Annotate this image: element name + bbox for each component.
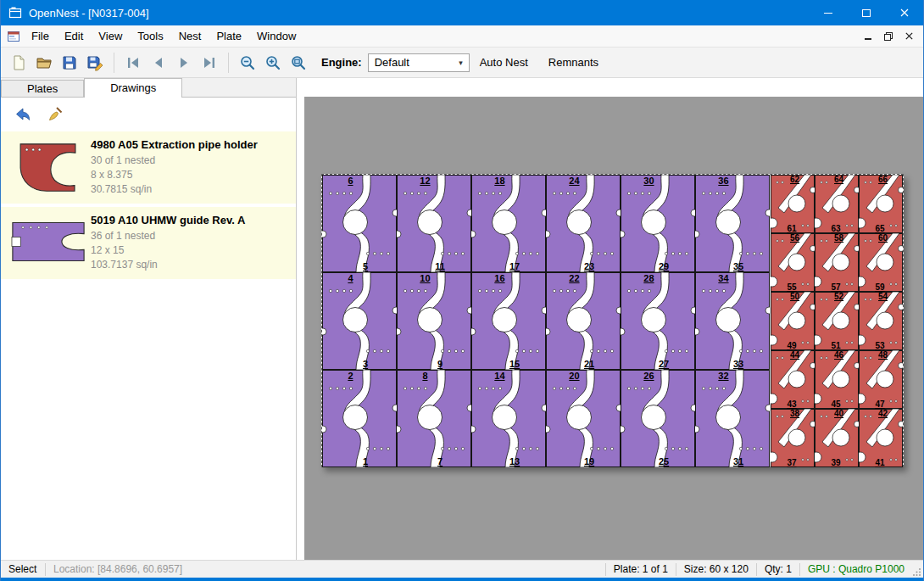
nested-part-pair-purple[interactable]: 3231 [695,370,770,467]
resize-grip[interactable] [912,561,923,578]
menu-item-file[interactable]: File [24,25,57,47]
nested-part-pair-purple[interactable]: 2827 [621,272,695,370]
maximize-button[interactable] [847,0,885,25]
nested-part-pair-red[interactable]: 6059 [859,233,903,292]
mdi-minimize-button[interactable] [858,25,878,47]
nested-part-pair-red[interactable]: 5857 [815,233,859,292]
part-number: 2 [348,371,353,381]
save-as-button[interactable] [82,50,108,75]
status-location: Location: [84.8696, 60.6957] [46,563,190,575]
nest-canvas[interactable]: 6512111817242330293635431091615222128273… [304,97,923,560]
nested-part-pair-purple[interactable]: 3635 [695,175,770,272]
purple-part-shape [621,272,695,370]
nested-part-pair-red[interactable]: 4645 [815,350,859,409]
plate[interactable]: 6512111817242330293635431091615222128273… [321,174,904,467]
nested-part-pair-red[interactable]: 4443 [771,350,815,409]
nested-part-pair-purple[interactable]: 1817 [471,175,546,272]
engine-combobox[interactable]: Default ▾ [368,53,470,72]
zoom-out-button[interactable] [235,50,260,75]
tab-plates[interactable]: Plates [1,80,84,97]
minimize-button[interactable] [809,0,847,25]
menu-item-plate[interactable]: Plate [209,25,249,47]
purple-part-shape [546,370,621,467]
nested-part-pair-purple[interactable]: 87 [397,370,471,467]
tab-drawings[interactable]: Drawings [84,78,182,98]
nested-part-pair-purple[interactable]: 3029 [621,175,695,272]
save-button[interactable] [57,50,82,75]
nested-part-pair-red[interactable]: 6463 [815,175,859,233]
clean-broom-button[interactable] [45,104,65,125]
first-plate-button[interactable] [120,50,146,75]
part-number: 19 [584,456,594,466]
purple-part-shape [471,370,546,467]
nested-part-pair-red[interactable]: 4847 [859,350,903,409]
next-plate-button[interactable] [171,50,197,75]
nested-part-pair-red[interactable]: 6665 [859,175,903,233]
previous-plate-button[interactable] [146,50,171,75]
zoom-fit-button[interactable] [286,50,311,75]
part-number: 18 [494,176,504,186]
nested-part-pair-red[interactable]: 5453 [859,292,903,350]
drawing-list-item[interactable]: 4980 A05 Extraction pipe holder30 of 1 n… [1,131,296,204]
menu-item-window[interactable]: Window [249,25,303,47]
part-number: 65 [875,224,884,233]
part-thumbnail [6,214,91,272]
return-arrow-button[interactable] [13,104,33,125]
panel-toolbar [1,98,296,130]
nested-part-pair-purple[interactable]: 109 [397,272,471,370]
nested-part-pair-purple[interactable]: 2019 [546,370,621,467]
nested-part-pair-red[interactable]: 5251 [815,292,859,350]
part-number: 63 [831,224,840,233]
status-mode: Select [1,563,45,575]
part-number: 42 [878,409,888,418]
drawing-list-item[interactable]: 5019 A10 UHMW guide Rev. A36 of 1 nested… [1,207,296,279]
zoom-in-button[interactable] [260,50,286,75]
mdi-close-button[interactable] [899,25,919,47]
minimize-icon [824,13,832,14]
menu-item-nest[interactable]: Nest [171,25,209,47]
nested-part-pair-red[interactable]: 6261 [771,175,815,233]
purple-part-shape [621,370,695,467]
engine-value: Default [375,56,409,69]
part-number: 57 [831,282,840,292]
part-number: 17 [509,261,520,271]
nested-part-pair-red[interactable]: 4039 [815,409,859,467]
menu-item-tools[interactable]: Tools [130,25,170,47]
nested-part-pair-red[interactable]: 3837 [771,409,815,467]
auto-nest-button[interactable]: Auto Nest [470,50,538,75]
last-plate-button[interactable] [197,50,222,75]
part-number: 37 [787,458,796,467]
part-number: 46 [834,350,843,360]
part-number: 26 [643,371,654,381]
part-number: 14 [494,371,504,381]
menu-item-view[interactable]: View [91,25,130,47]
part-number: 1 [363,456,368,466]
nested-part-pair-purple[interactable]: 65 [322,175,397,272]
nested-part-pair-purple[interactable]: 21 [322,370,397,467]
nested-part-pair-purple[interactable]: 1615 [471,272,546,370]
drawing-title: 4980 A05 Extraction pipe holder [91,138,258,151]
nested-part-pair-red[interactable]: 5049 [771,292,815,350]
statusbar: Select Location: [84.8696, 60.6957] Plat… [1,560,923,578]
drawings-list: 4980 A05 Extraction pipe holder30 of 1 n… [1,130,296,284]
nested-part-pair-purple[interactable]: 2625 [621,370,695,467]
open-button[interactable] [31,50,57,75]
nested-part-pair-red[interactable]: 5655 [771,233,815,292]
nested-part-pair-purple[interactable]: 2221 [546,272,621,370]
remnants-button[interactable]: Remnants [538,50,609,75]
nested-part-pair-purple[interactable]: 2423 [546,175,621,272]
nested-part-pair-purple[interactable]: 1211 [397,175,471,272]
purple-part-shape [471,175,546,272]
nested-part-pair-purple[interactable]: 3433 [695,272,770,370]
part-number: 49 [787,341,796,350]
nested-part-pair-red[interactable]: 4241 [859,409,903,467]
nested-part-pair-purple[interactable]: 43 [322,272,397,370]
new-button[interactable] [6,50,31,75]
nested-part-pair-purple[interactable]: 1413 [471,370,546,467]
app-icon [8,6,22,20]
drawing-area: 30.7815 sq/in [91,182,258,197]
close-button[interactable] [885,0,923,25]
menu-item-edit[interactable]: Edit [57,25,91,47]
mdi-restore-button[interactable] [878,25,899,47]
purple-part-shape [322,370,397,467]
